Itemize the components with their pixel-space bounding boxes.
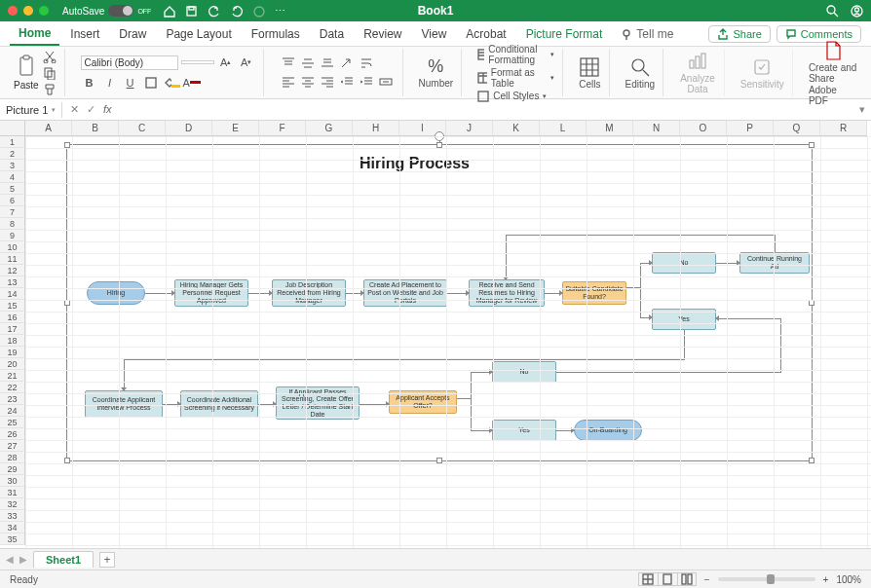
tab-formulas[interactable]: Formulas (243, 23, 309, 45)
row-header-25[interactable]: 25 (0, 417, 25, 428)
tell-me[interactable]: Tell me (621, 27, 673, 41)
add-sheet-button[interactable]: + (99, 552, 115, 568)
zoom-slider[interactable] (718, 577, 815, 581)
row-header-17[interactable]: 17 (0, 323, 25, 335)
fx-icon[interactable]: fx (103, 103, 112, 116)
row-header-2[interactable]: 2 (0, 148, 25, 160)
fill-color-button[interactable] (163, 74, 180, 92)
name-box[interactable]: Picture 1 ▾ (0, 102, 62, 118)
row-header-24[interactable]: 24 (0, 405, 25, 417)
row-header-1[interactable]: 1 (0, 136, 25, 148)
redo-icon[interactable] (230, 5, 243, 18)
align-left[interactable] (280, 74, 297, 90)
col-header-K[interactable]: K (493, 121, 540, 135)
close-window[interactable] (8, 6, 18, 16)
row-header-19[interactable]: 19 (0, 347, 25, 358)
adobe-button[interactable]: Create and Share Adobe PDF (809, 40, 857, 106)
select-all-corner[interactable] (0, 121, 25, 136)
analyze-button[interactable]: Analyze Data (679, 51, 716, 94)
view-page-layout[interactable] (658, 572, 677, 586)
align-middle[interactable] (299, 55, 317, 71)
row-header-33[interactable]: 33 (0, 510, 25, 522)
col-header-A[interactable]: A (25, 121, 72, 135)
col-header-M[interactable]: M (587, 121, 633, 135)
expand-formula-bar[interactable]: ▾ (853, 103, 871, 116)
col-header-P[interactable]: P (727, 121, 774, 135)
sheet-nav-prev[interactable]: ◀ (6, 554, 14, 565)
increase-font-icon[interactable]: A▴ (217, 54, 235, 71)
refresh-icon[interactable] (252, 5, 265, 18)
cells-button[interactable]: Cells (579, 56, 600, 90)
tab-page-layout[interactable]: Page Layout (157, 23, 240, 45)
undo-icon[interactable] (208, 5, 220, 18)
editing-button[interactable]: Editing (625, 56, 656, 90)
col-header-F[interactable]: F (259, 121, 306, 135)
row-header-30[interactable]: 30 (0, 475, 25, 487)
row-header-8[interactable]: 8 (0, 218, 25, 230)
tab-acrobat[interactable]: Acrobat (457, 23, 514, 45)
cells-area[interactable]: Hiring Process Hiring Hiring Manager Get… (25, 136, 871, 548)
account-icon[interactable] (851, 5, 863, 18)
row-header-7[interactable]: 7 (0, 206, 25, 218)
row-header-4[interactable]: 4 (0, 171, 25, 183)
tab-review[interactable]: Review (355, 23, 410, 45)
col-header-R[interactable]: R (820, 121, 867, 135)
more-icon[interactable]: ⋯ (275, 5, 285, 18)
row-header-9[interactable]: 9 (0, 230, 25, 241)
tab-picture-format[interactable]: Picture Format (517, 23, 612, 45)
row-header-26[interactable]: 26 (0, 428, 25, 440)
view-normal[interactable] (638, 572, 658, 586)
cut-icon[interactable] (43, 50, 57, 63)
font-size-select[interactable] (181, 60, 214, 64)
row-header-15[interactable]: 15 (0, 300, 25, 312)
row-header-20[interactable]: 20 (0, 358, 25, 370)
row-header-27[interactable]: 27 (0, 440, 25, 452)
zoom-out[interactable]: − (704, 574, 710, 585)
row-header-34[interactable]: 34 (0, 522, 25, 533)
decrease-font-icon[interactable]: A▾ (238, 54, 255, 71)
autosave-toggle[interactable]: AutoSave OFF (62, 5, 151, 17)
zoom-in[interactable]: + (823, 574, 829, 585)
col-header-B[interactable]: B (72, 121, 119, 135)
cell-styles[interactable]: Cell Styles▾ (477, 91, 554, 102)
home-icon[interactable] (163, 5, 175, 18)
cancel-formula[interactable]: ✕ (70, 103, 79, 116)
sheet-tab-1[interactable]: Sheet1 (33, 551, 94, 568)
format-painter-icon[interactable] (43, 83, 57, 96)
row-header-6[interactable]: 6 (0, 195, 25, 206)
col-header-C[interactable]: C (119, 121, 166, 135)
col-header-L[interactable]: L (540, 121, 587, 135)
row-header-11[interactable]: 11 (0, 253, 25, 265)
row-header-14[interactable]: 14 (0, 288, 25, 300)
sheet-nav-next[interactable]: ▶ (19, 554, 27, 565)
format-as-table[interactable]: Format as Table▾ (477, 67, 554, 89)
col-header-D[interactable]: D (166, 121, 212, 135)
tab-view[interactable]: View (413, 23, 456, 45)
col-header-G[interactable]: G (306, 121, 353, 135)
tab-home[interactable]: Home (10, 22, 59, 46)
align-right[interactable] (319, 74, 336, 90)
row-header-13[interactable]: 13 (0, 276, 25, 288)
maximize-window[interactable] (39, 6, 49, 16)
col-header-H[interactable]: H (353, 121, 399, 135)
row-header-3[interactable]: 3 (0, 160, 25, 171)
bold-button[interactable]: B (81, 74, 98, 92)
merge-button[interactable] (377, 74, 395, 90)
share-button[interactable]: Share (708, 25, 770, 43)
align-center[interactable] (299, 74, 317, 90)
tab-draw[interactable]: Draw (110, 23, 155, 45)
copy-icon[interactable] (43, 66, 57, 80)
tab-data[interactable]: Data (311, 23, 353, 45)
row-header-31[interactable]: 31 (0, 487, 25, 498)
font-name-select[interactable]: Calibri (Body) (81, 55, 178, 70)
col-header-Q[interactable]: Q (774, 121, 820, 135)
minimize-window[interactable] (23, 6, 33, 16)
underline-button[interactable]: U (122, 74, 139, 92)
tab-insert[interactable]: Insert (61, 23, 108, 45)
sensitivity-button[interactable]: Sensitivity (740, 56, 784, 90)
picture-selection[interactable]: Hiring Process Hiring Hiring Manager Get… (66, 144, 813, 461)
font-color-button[interactable]: A (183, 74, 201, 92)
save-icon[interactable] (185, 5, 198, 18)
row-header-23[interactable]: 23 (0, 393, 25, 405)
row-header-10[interactable]: 10 (0, 241, 25, 253)
